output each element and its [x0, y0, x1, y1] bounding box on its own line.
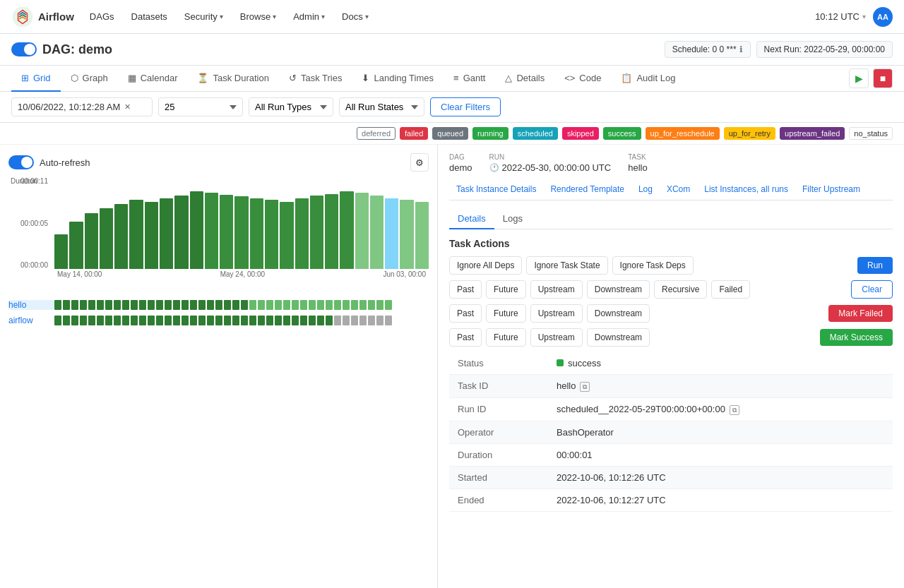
- grid-cell[interactable]: [97, 300, 104, 310]
- ti-tab-filter-upstream[interactable]: Filter Upstream: [795, 180, 867, 200]
- ignore-all-deps-btn[interactable]: Ignore All Deps: [449, 256, 522, 275]
- user-avatar[interactable]: AA: [873, 7, 893, 27]
- chart-bar[interactable]: [85, 213, 98, 269]
- ti-tab-rendered[interactable]: Rendered Template: [543, 180, 631, 200]
- grid-cell[interactable]: [97, 316, 104, 325]
- grid-cell[interactable]: [266, 300, 273, 310]
- grid-cell[interactable]: [71, 316, 78, 325]
- tab-gantt[interactable]: ≡ Gantt: [444, 66, 495, 92]
- chart-bar[interactable]: [234, 196, 248, 269]
- grid-cell[interactable]: [376, 300, 383, 310]
- grid-cell[interactable]: [114, 300, 121, 310]
- grid-cell[interactable]: [351, 300, 358, 310]
- tab-calendar[interactable]: ▦ Calendar: [118, 66, 188, 92]
- grid-cell[interactable]: [283, 316, 290, 325]
- grid-cell[interactable]: [258, 316, 265, 325]
- grid-cell[interactable]: [326, 316, 333, 325]
- grid-cell[interactable]: [292, 300, 299, 310]
- grid-cell[interactable]: [258, 300, 265, 310]
- chart-bar[interactable]: [325, 194, 338, 269]
- grid-cell[interactable]: [139, 316, 146, 325]
- stop-button[interactable]: ■: [873, 68, 893, 88]
- run-types-select[interactable]: All Run Types: [249, 97, 333, 116]
- grid-cell[interactable]: [385, 316, 392, 325]
- chart-bar[interactable]: [265, 200, 278, 269]
- ms-upstream-btn[interactable]: Upstream: [530, 328, 583, 347]
- grid-cell[interactable]: [173, 316, 180, 325]
- chart-bar[interactable]: [355, 193, 369, 269]
- grid-cell[interactable]: [173, 300, 180, 310]
- grid-cell[interactable]: [63, 316, 70, 325]
- ti-tab-details[interactable]: Task Instance Details: [449, 180, 543, 200]
- clear-filters-button[interactable]: Clear Filters: [430, 97, 501, 116]
- status-upstream-failed[interactable]: upstream_failed: [780, 127, 845, 140]
- chart-bar[interactable]: [174, 196, 188, 269]
- copy-icon[interactable]: ⧉: [580, 382, 590, 392]
- grid-cell[interactable]: [224, 316, 231, 325]
- tab-landing-times[interactable]: ⬇ Landing Times: [352, 66, 444, 92]
- chart-bar[interactable]: [250, 198, 263, 269]
- grid-cell[interactable]: [105, 300, 112, 310]
- grid-cell[interactable]: [54, 316, 61, 325]
- grid-cell[interactable]: [368, 300, 375, 310]
- nav-docs[interactable]: Docs▾: [335, 8, 376, 25]
- clear-upstream-btn[interactable]: Upstream: [530, 280, 583, 299]
- grid-cell[interactable]: [359, 316, 367, 325]
- grid-cell[interactable]: [88, 300, 95, 310]
- grid-cell[interactable]: [359, 300, 367, 310]
- chart-bar[interactable]: [370, 196, 383, 269]
- grid-cell[interactable]: [232, 316, 239, 325]
- clear-past-btn[interactable]: Past: [449, 280, 482, 299]
- grid-cell[interactable]: [334, 316, 341, 325]
- grid-cell[interactable]: [122, 300, 129, 310]
- grid-cell[interactable]: [317, 300, 324, 310]
- grid-cell[interactable]: [283, 300, 290, 310]
- grid-cell[interactable]: [309, 300, 316, 310]
- grid-cell[interactable]: [300, 316, 307, 325]
- clear-failed-btn[interactable]: Failed: [711, 280, 750, 299]
- tab-task-duration[interactable]: ⏳ Task Duration: [187, 66, 278, 92]
- chart-bar[interactable]: [190, 191, 203, 269]
- grid-cell[interactable]: [215, 316, 222, 325]
- nav-browse[interactable]: Browse▾: [233, 8, 283, 25]
- grid-cell[interactable]: [114, 316, 121, 325]
- grid-row-label[interactable]: hello: [8, 300, 54, 310]
- tab-task-tries[interactable]: ↺ Task Tries: [279, 66, 352, 92]
- detail-tab-logs[interactable]: Logs: [494, 209, 531, 229]
- grid-cell[interactable]: [190, 300, 197, 310]
- chart-bar[interactable]: [220, 195, 233, 269]
- grid-cell[interactable]: [343, 316, 350, 325]
- mf-past-btn[interactable]: Past: [449, 304, 482, 323]
- grid-cell[interactable]: [241, 316, 248, 325]
- grid-cell[interactable]: [198, 300, 206, 310]
- date-filter[interactable]: 10/06/2022, 10:12:28 AM ✕: [11, 97, 153, 116]
- mark-failed-button[interactable]: Mark Failed: [828, 305, 893, 322]
- detail-tab-details[interactable]: Details: [449, 209, 494, 229]
- tab-graph[interactable]: ⬡ Graph: [61, 66, 118, 92]
- status-deferred[interactable]: deferred: [357, 127, 396, 140]
- chart-bar[interactable]: [54, 234, 68, 269]
- ti-tab-xcom[interactable]: XCom: [660, 180, 697, 200]
- grid-cell[interactable]: [71, 300, 78, 310]
- status-running[interactable]: running: [472, 127, 509, 140]
- logo[interactable]: Airflow: [11, 6, 74, 28]
- clear-future-btn[interactable]: Future: [486, 280, 526, 299]
- chart-bar[interactable]: [114, 204, 128, 269]
- ti-tab-list-instances[interactable]: List Instances, all runs: [697, 180, 795, 200]
- chart-bar[interactable]: [415, 202, 429, 269]
- chart-bar[interactable]: [385, 198, 398, 269]
- schedule-info-icon[interactable]: ℹ: [739, 44, 743, 54]
- status-scheduled[interactable]: scheduled: [513, 127, 558, 140]
- chart-bar[interactable]: [100, 208, 113, 269]
- grid-cell[interactable]: [165, 300, 172, 310]
- clear-recursive-btn[interactable]: Recursive: [654, 280, 707, 299]
- grid-cell[interactable]: [80, 300, 87, 310]
- grid-cell[interactable]: [343, 300, 350, 310]
- grid-cell[interactable]: [122, 316, 129, 325]
- grid-cell[interactable]: [292, 316, 299, 325]
- grid-cell[interactable]: [182, 300, 189, 310]
- chart-bar[interactable]: [340, 191, 353, 269]
- mf-future-btn[interactable]: Future: [486, 304, 526, 323]
- date-filter-clear[interactable]: ✕: [124, 102, 131, 112]
- chart-bar[interactable]: [400, 200, 413, 269]
